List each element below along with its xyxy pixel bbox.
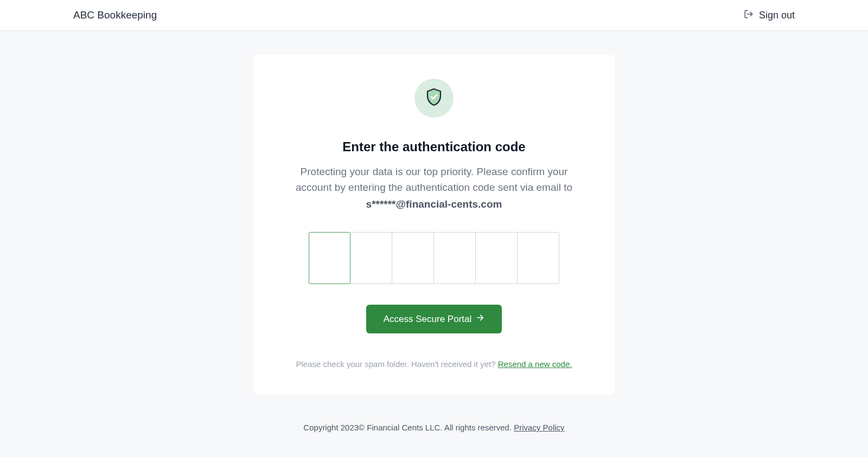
code-digit-5[interactable] (476, 232, 518, 284)
brand-title: ABC Bookkeeping (73, 9, 157, 21)
access-portal-label: Access Secure Portal (384, 314, 472, 325)
privacy-policy-link[interactable]: Privacy Policy (514, 423, 564, 432)
resend-code-link[interactable]: Resend a new code. (498, 359, 572, 369)
card-description: Protecting your data is our top priority… (293, 164, 575, 195)
main-content: Enter the authentication code Protecting… (0, 31, 868, 395)
sign-out-label: Sign out (759, 10, 795, 21)
shield-check-icon (424, 87, 444, 109)
code-digit-6[interactable] (518, 232, 559, 284)
code-digit-2[interactable] (350, 232, 392, 284)
header: ABC Bookkeeping Sign out (0, 0, 868, 31)
card-title: Enter the authentication code (286, 139, 582, 155)
helper-text-label: Please check your spam folder. Haven't r… (296, 359, 498, 369)
copyright-text: Copyright 2023© Financial Cents LLC. All… (303, 423, 514, 432)
footer: Copyright 2023© Financial Cents LLC. All… (0, 423, 868, 432)
code-digit-1[interactable] (309, 232, 350, 284)
code-digit-3[interactable] (392, 232, 434, 284)
arrow-right-icon (476, 313, 484, 325)
helper-text: Please check your spam folder. Haven't r… (286, 359, 582, 369)
code-digit-4[interactable] (434, 232, 476, 284)
sign-out-icon (744, 9, 754, 22)
access-portal-button[interactable]: Access Secure Portal (366, 305, 502, 333)
code-input-group (286, 232, 582, 284)
shield-icon-circle (414, 79, 454, 118)
auth-card: Enter the authentication code Protecting… (253, 55, 615, 395)
masked-email: s******@financial-cents.com (286, 198, 582, 210)
sign-out-button[interactable]: Sign out (744, 9, 795, 22)
